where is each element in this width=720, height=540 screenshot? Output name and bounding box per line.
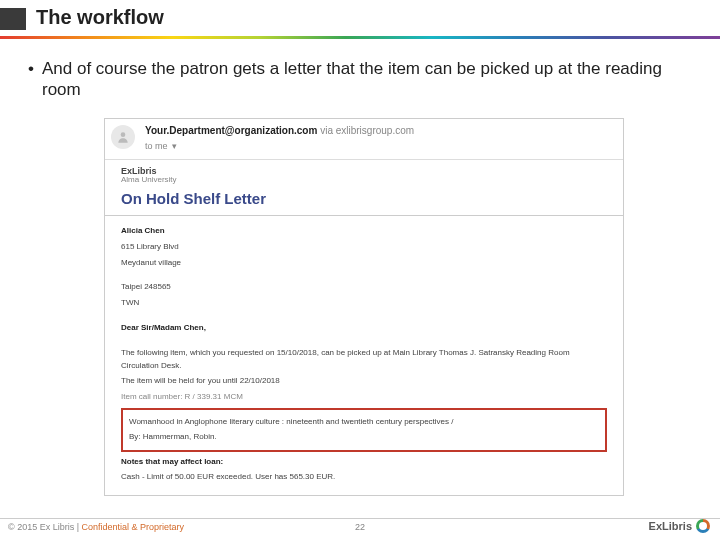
highlighted-item-box: Womanhood in Anglophone literary culture… (121, 408, 607, 452)
footer-logo: ExLibris (649, 519, 710, 533)
addr-line2: Meydanut village (121, 257, 607, 270)
from-address: Your.Department@organization.com (145, 125, 317, 136)
email-from: Your.Department@organization.com via exl… (145, 125, 414, 136)
avatar (111, 125, 135, 149)
notes-line: Cash - Limit of 50.00 EUR exceeded. User… (121, 471, 607, 484)
addr-line1: 615 Library Blvd (121, 241, 607, 254)
body-text: • And of course the patron gets a letter… (28, 58, 692, 101)
email-header: Your.Department@organization.com via exl… (105, 119, 623, 160)
letter-para1: The following item, which you requested … (121, 347, 607, 373)
person-icon (116, 130, 130, 144)
notes-heading: Notes that may affect loan: (121, 456, 607, 469)
addr-line3: Taipei 248565 (121, 281, 607, 294)
rainbow-divider (0, 36, 720, 39)
bullet-text: And of course the patron gets a letter t… (42, 58, 692, 101)
addr-name: Alicia Chen (121, 225, 607, 238)
svg-point-0 (121, 132, 126, 137)
title-bar: The workflow (0, 6, 720, 40)
footer-divider (0, 518, 720, 519)
letter-body: Alicia Chen 615 Library Blvd Meydanut vi… (105, 216, 623, 493)
email-to: to me ▾ (145, 141, 177, 151)
boxed-byline: By: Hammerman, Robin. (129, 431, 599, 444)
letter-branding: ExLibris Alma University (105, 160, 623, 186)
email-screenshot: Your.Department@organization.com via exl… (104, 118, 624, 496)
addr-line4: TWN (121, 297, 607, 310)
slide-footer: © 2015 Ex Libris | Confidential & Propri… (0, 518, 720, 540)
letter-para3: Item call number: R / 339.31 MCM (121, 391, 607, 404)
letter-para2: The item will be held for you until 22/1… (121, 375, 607, 388)
logo-text: ExLibris (649, 520, 692, 532)
bullet-dot: • (28, 58, 42, 101)
letter-title: On Hold Shelf Letter (105, 186, 623, 216)
logo-mark-icon (696, 519, 710, 533)
brand-subtitle: Alma University (121, 175, 607, 184)
boxed-title: Womanhood in Anglophone literary culture… (129, 416, 599, 429)
chevron-down-icon: ▾ (172, 141, 177, 151)
to-text: to me (145, 141, 168, 151)
page-number: 22 (0, 522, 720, 532)
slide-title: The workflow (36, 6, 164, 29)
from-via: via exlibrisgroup.com (320, 125, 414, 136)
greeting: Dear Sir/Madam Chen, (121, 322, 607, 335)
title-accent-block (0, 8, 26, 30)
